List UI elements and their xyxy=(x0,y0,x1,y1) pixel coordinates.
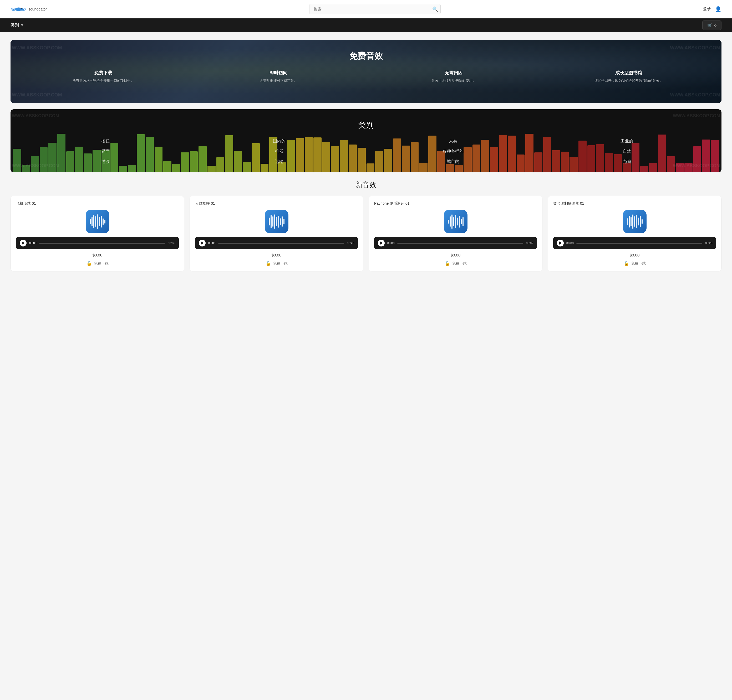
time-end-0: 00:08 xyxy=(168,241,175,245)
categories-grid: 按钮 界面 过渡 国内的 机器 运输 人类 各种各样的 城市的 工业的 自然 xyxy=(18,138,714,165)
new-sounds-section: 新音效 飞机飞越 01 xyxy=(10,180,722,271)
category-industrial[interactable]: 工业的 xyxy=(540,138,714,144)
play-triangle-1 xyxy=(201,241,204,245)
price-0: $0.00 xyxy=(93,253,103,257)
logo-text: soundgator xyxy=(28,7,47,11)
download-button-1[interactable]: 🔓 免费下载 xyxy=(265,261,288,266)
download-button-3[interactable]: 🔓 免费下载 xyxy=(624,261,646,266)
sound-card-0: 飞机飞越 01 xyxy=(10,196,184,271)
svg-point-3 xyxy=(21,8,22,9)
cart-count: 0 xyxy=(714,23,716,28)
categories-col-4: 工业的 自然 壳嗡 xyxy=(540,138,714,165)
new-sounds-title: 新音效 xyxy=(10,180,722,190)
waveform-3 xyxy=(627,215,643,229)
feature-no-attribution-title: 无需归因 xyxy=(369,70,539,76)
price-1: $0.00 xyxy=(272,253,281,257)
feature-no-attribution: 无需归因 音效可无须注明来源而使用。 xyxy=(369,70,539,83)
category-label: 类别 xyxy=(10,23,19,28)
feature-instant-access-desc: 无需注册即可下载声音。 xyxy=(193,78,363,83)
progress-track-2[interactable] xyxy=(397,243,523,244)
search-input[interactable] xyxy=(309,4,441,14)
hero-features: 免费下载 所有音效均可完全免费用于您的项目中。 即时访问 无需注册即可下载声音。… xyxy=(18,70,714,83)
chevron-down-icon: ▼ xyxy=(21,24,24,27)
category-button[interactable]: 按钮 xyxy=(18,138,192,144)
play-button-2[interactable] xyxy=(378,240,385,247)
categories-section: WWW.ABSKOOP.COM WWW.ABSKOOP.COM WWW.ABSK… xyxy=(10,109,722,172)
cat-watermark-1: WWW.ABSKOOP.COM xyxy=(12,113,59,119)
time-end-2: 00:02 xyxy=(526,241,533,245)
hero-title: 免费音效 xyxy=(18,50,714,62)
sound-icon-3 xyxy=(623,210,647,233)
time-start-2: 00:00 xyxy=(387,241,395,245)
cart-icon: 🛒 xyxy=(707,23,712,28)
category-shell[interactable]: 壳嗡 xyxy=(540,159,714,165)
categories-col-1: 按钮 界面 过渡 xyxy=(18,138,192,165)
player-1: 00:00 00:28 xyxy=(195,237,358,249)
categories-col-3: 人类 各种各样的 城市的 xyxy=(366,138,540,165)
sound-title-1: 人群欢呼 01 xyxy=(195,201,358,206)
feature-free-download-title: 免费下载 xyxy=(18,70,188,76)
sound-title-2: Payhone 硬币返还 01 xyxy=(374,201,537,206)
user-icon[interactable]: 👤 xyxy=(715,6,722,12)
sound-card-1: 人群欢呼 01 xyxy=(190,196,363,271)
play-button-3[interactable] xyxy=(557,240,564,247)
sound-icon-2 xyxy=(444,210,467,233)
download-label-2: 免费下载 xyxy=(452,261,467,266)
hero-banner: WWW.ABSKOOP.COM WWW.ABSKOOP.COM WWW.ABSK… xyxy=(10,40,722,103)
main-content: WWW.ABSKOOP.COM WWW.ABSKOOP.COM WWW.ABSK… xyxy=(0,32,732,279)
category-interface[interactable]: 界面 xyxy=(18,149,192,154)
waveform-2 xyxy=(448,215,464,229)
sound-icon-1 xyxy=(265,210,289,233)
download-label-1: 免费下载 xyxy=(273,261,288,266)
feature-no-attribution-desc: 音效可无须注明来源而使用。 xyxy=(369,78,539,83)
player-2: 00:00 00:02 xyxy=(374,237,537,249)
sounds-grid: 飞机飞越 01 xyxy=(10,196,722,271)
category-transport[interactable]: 运输 xyxy=(192,159,366,165)
download-button-2[interactable]: 🔓 免费下载 xyxy=(445,261,467,266)
play-triangle-3 xyxy=(559,241,562,245)
price-3: $0.00 xyxy=(630,253,640,257)
logo[interactable]: soundgator xyxy=(10,3,47,16)
time-end-1: 00:28 xyxy=(347,241,354,245)
category-domestic[interactable]: 国内的 xyxy=(192,138,366,144)
lock-icon-0: 🔓 xyxy=(87,261,92,266)
cat-watermark-2: WWW.ABSKOOP.COM xyxy=(673,113,720,119)
progress-track-3[interactable] xyxy=(576,243,703,244)
sound-card-2: Payhone 硬币返还 01 xyxy=(369,196,542,271)
time-start-0: 00:00 xyxy=(29,241,37,245)
cart-button[interactable]: 🛒 0 xyxy=(702,21,722,30)
waveform-1 xyxy=(269,215,284,229)
play-button-0[interactable] xyxy=(20,240,27,247)
logo-icon xyxy=(10,3,26,16)
sound-title-0: 飞机飞越 01 xyxy=(16,201,179,206)
categories-col-2: 国内的 机器 运输 xyxy=(192,138,366,165)
lock-icon-2: 🔓 xyxy=(445,261,450,266)
feature-growing-library: 成长型图书馆 请尽快回来，因为我们会经常添加新的音效。 xyxy=(544,70,714,83)
categories-content: 类别 按钮 界面 过渡 国内的 机器 运输 人类 各种各样的 城市的 xyxy=(18,120,714,165)
play-button-1[interactable] xyxy=(199,240,206,247)
feature-growing-library-desc: 请尽快回来，因为我们会经常添加新的音效。 xyxy=(544,78,714,83)
category-dropdown-button[interactable]: 类别 ▼ xyxy=(10,23,24,28)
progress-track-0[interactable] xyxy=(39,243,165,244)
progress-track-1[interactable] xyxy=(218,243,345,244)
category-urban[interactable]: 城市的 xyxy=(366,159,540,165)
category-human[interactable]: 人类 xyxy=(366,138,540,144)
category-various[interactable]: 各种各样的 xyxy=(366,149,540,154)
search-button[interactable]: 🔍 xyxy=(432,6,438,12)
feature-free-download-desc: 所有音效均可完全免费用于您的项目中。 xyxy=(18,78,188,83)
feature-growing-library-title: 成长型图书馆 xyxy=(544,70,714,76)
category-machine[interactable]: 机器 xyxy=(192,149,366,154)
category-nature[interactable]: 自然 xyxy=(540,149,714,154)
time-end-3: 00:26 xyxy=(705,241,712,245)
feature-instant-access: 即时访问 无需注册即可下载声音。 xyxy=(193,70,363,83)
search-area: 🔍 xyxy=(309,4,441,14)
category-transition[interactable]: 过渡 xyxy=(18,159,192,165)
play-triangle-2 xyxy=(380,241,383,245)
nav-bar: 类别 ▼ 🛒 0 xyxy=(0,18,732,32)
price-2: $0.00 xyxy=(451,253,461,257)
download-button-0[interactable]: 🔓 免费下载 xyxy=(87,261,109,266)
header-right: 登录 👤 xyxy=(703,6,722,12)
login-button[interactable]: 登录 xyxy=(703,7,711,12)
lock-icon-3: 🔓 xyxy=(624,261,629,266)
feature-instant-access-title: 即时访问 xyxy=(193,70,363,76)
